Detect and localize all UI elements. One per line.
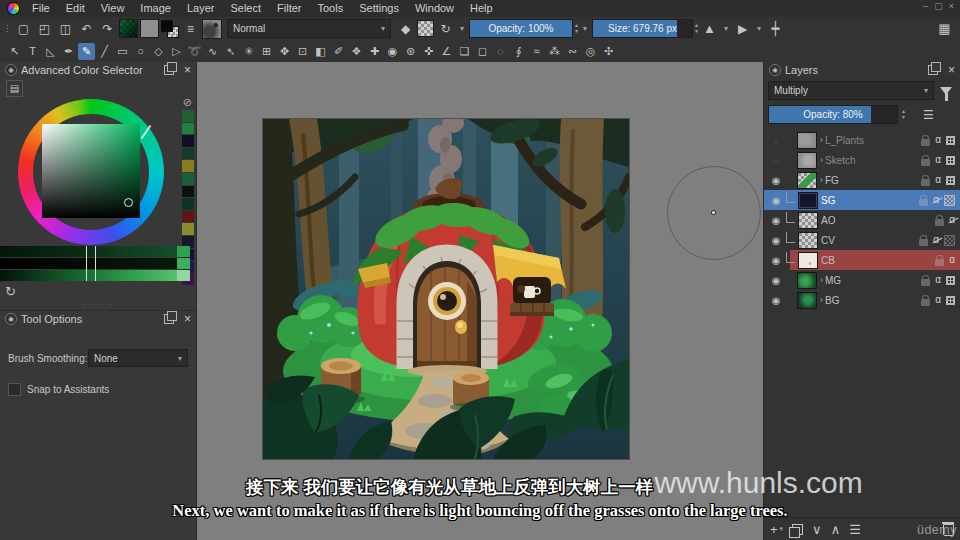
- layer-name[interactable]: BG: [825, 295, 921, 306]
- layer-name[interactable]: AO: [821, 215, 935, 226]
- lock-icon[interactable]: [935, 259, 944, 266]
- layer-row-cv[interactable]: ◉CVα: [764, 230, 960, 250]
- layer-visibility-icon[interactable]: ◌: [768, 155, 784, 166]
- lock-icon[interactable]: [919, 199, 928, 206]
- close-panel-icon[interactable]: ×: [948, 65, 955, 75]
- layer-properties-button[interactable]: ☰: [849, 522, 861, 537]
- lock-icon[interactable]: [921, 179, 930, 186]
- tool-pan[interactable]: ✣: [600, 43, 617, 60]
- layer-thumbnail[interactable]: [798, 212, 818, 229]
- float-panel-icon[interactable]: [928, 65, 938, 75]
- tool-gradient[interactable]: ◧: [312, 43, 329, 60]
- tool-bezier-curve[interactable]: ➰: [186, 43, 203, 60]
- save-button[interactable]: ◫: [56, 19, 75, 38]
- tool-bezier-select[interactable]: ∾: [564, 43, 581, 60]
- mirror-vertical-button[interactable]: ▶: [733, 19, 752, 38]
- tool-zoom[interactable]: ◎: [582, 43, 599, 60]
- layer-row-bg[interactable]: ◉›BGα: [764, 290, 960, 310]
- tool-polyline[interactable]: ▷: [168, 43, 185, 60]
- minimize-window-button[interactable]: –: [919, 0, 932, 13]
- tool-contiguous-select[interactable]: ⁂: [546, 43, 563, 60]
- lock-icon[interactable]: [921, 279, 930, 286]
- tool-line[interactable]: ╱: [96, 43, 113, 60]
- layer-thumbnail[interactable]: [797, 172, 817, 189]
- add-layer-caret[interactable]: ▾: [780, 525, 784, 533]
- selector-settings-button[interactable]: ▤: [6, 80, 23, 97]
- layer-name[interactable]: L_Plants: [825, 135, 921, 146]
- brush-presets-button[interactable]: ≡: [181, 19, 200, 38]
- tool-polygon[interactable]: ◇: [150, 43, 167, 60]
- pass-through-icon[interactable]: [944, 195, 955, 206]
- gradient-chooser[interactable]: [119, 19, 138, 38]
- alpha-icon[interactable]: α: [935, 275, 941, 285]
- menu-image[interactable]: Image: [132, 0, 179, 17]
- menu-settings[interactable]: Settings: [351, 0, 407, 17]
- mirror-vertical-caret[interactable]: ▾: [754, 19, 764, 38]
- layer-row-ao[interactable]: ◉AOα: [764, 210, 960, 230]
- layer-name[interactable]: SG: [821, 195, 919, 206]
- layer-row-cb[interactable]: ◉CBα: [764, 250, 960, 270]
- history-swatch[interactable]: [182, 198, 194, 210]
- layer-thumbnail[interactable]: [797, 132, 817, 149]
- layer-opacity-spinner[interactable]: ▴▾: [902, 109, 905, 121]
- toolbar-overflow-handle[interactable]: ⋮: [2, 19, 12, 38]
- alpha-icon[interactable]: α: [935, 295, 941, 305]
- layer-visibility-icon[interactable]: ◌: [768, 135, 784, 146]
- layer-name[interactable]: CV: [821, 235, 919, 246]
- alpha-icon[interactable]: α: [935, 175, 941, 185]
- mirror-horizontal-button[interactable]: ▲: [700, 19, 719, 38]
- layer-thumbnail[interactable]: [798, 192, 818, 209]
- menu-window[interactable]: Window: [407, 0, 462, 17]
- tool-ellipse-select[interactable]: ◌: [492, 43, 509, 60]
- alpha-locked-icon[interactable]: α: [933, 235, 939, 245]
- shade-end-swatch[interactable]: [177, 270, 190, 281]
- blending-mode-dropdown[interactable]: Normal ▾: [227, 19, 391, 38]
- group-expand-arrow-icon[interactable]: ›: [820, 175, 823, 185]
- tool-text[interactable]: T: [24, 43, 41, 60]
- tool-freehand-select[interactable]: ∮: [510, 43, 527, 60]
- menu-help[interactable]: Help: [462, 0, 501, 17]
- tool-calligraphy[interactable]: ✒: [60, 43, 77, 60]
- history-swatch[interactable]: [182, 110, 194, 122]
- layer-name[interactable]: MG: [825, 275, 921, 286]
- tool-rectangle[interactable]: ▭: [114, 43, 131, 60]
- alpha-icon[interactable]: α: [935, 135, 941, 145]
- preserve-alpha-button[interactable]: [417, 20, 434, 37]
- layer-row-l_plants[interactable]: ◌›L_Plantsα: [764, 130, 960, 150]
- alpha-locked-icon[interactable]: α: [949, 215, 955, 225]
- reload-preset-button[interactable]: ↻: [436, 19, 455, 38]
- layer-visibility-icon[interactable]: ◉: [768, 295, 784, 306]
- tool-pattern-edit[interactable]: ❖: [348, 43, 365, 60]
- history-swatch[interactable]: [182, 211, 194, 223]
- layer-visibility-icon[interactable]: ◉: [768, 235, 784, 246]
- snap-to-assistants-checkbox[interactable]: [8, 383, 21, 396]
- layer-thumbnail[interactable]: [798, 232, 818, 249]
- add-layer-button[interactable]: +: [770, 522, 778, 537]
- layer-name[interactable]: Sketch: [825, 155, 921, 166]
- wrap-around-button[interactable]: ┿: [766, 19, 785, 38]
- panel-splitter[interactable]: · · · ·: [0, 300, 196, 309]
- layer-row-sg[interactable]: ◉SGα: [764, 190, 960, 210]
- layer-row-sketch[interactable]: ◌›Sketchα: [764, 150, 960, 170]
- menu-file[interactable]: File: [24, 0, 58, 17]
- canvas-artwork[interactable]: [262, 118, 630, 460]
- opacity-caret[interactable]: ▾: [580, 19, 590, 38]
- history-swatch[interactable]: [182, 173, 194, 185]
- lock-icon[interactable]: [919, 239, 928, 246]
- menu-view[interactable]: View: [93, 0, 133, 17]
- workspace-chooser-button[interactable]: ▦: [935, 19, 954, 38]
- tool-edit-shapes[interactable]: ◺: [42, 43, 59, 60]
- tool-reference-images[interactable]: ❏: [456, 43, 473, 60]
- inherit-alpha-icon[interactable]: [946, 296, 955, 305]
- size-spinner[interactable]: ▴▾: [695, 23, 698, 35]
- inherit-alpha-icon[interactable]: [946, 276, 955, 285]
- undo-button[interactable]: ↶: [77, 19, 96, 38]
- tool-assistants[interactable]: ✜: [420, 43, 437, 60]
- tool-freehand-brush[interactable]: ✎: [78, 43, 95, 60]
- move-layer-up-button[interactable]: ∧: [831, 522, 841, 537]
- block-colors-icon[interactable]: ⊘: [183, 96, 192, 109]
- tool-crop-tool[interactable]: ⊡: [294, 43, 311, 60]
- shade-end-swatch[interactable]: [177, 246, 190, 257]
- tool-select-shapes[interactable]: ↖: [6, 43, 23, 60]
- close-panel-icon[interactable]: ×: [184, 314, 191, 324]
